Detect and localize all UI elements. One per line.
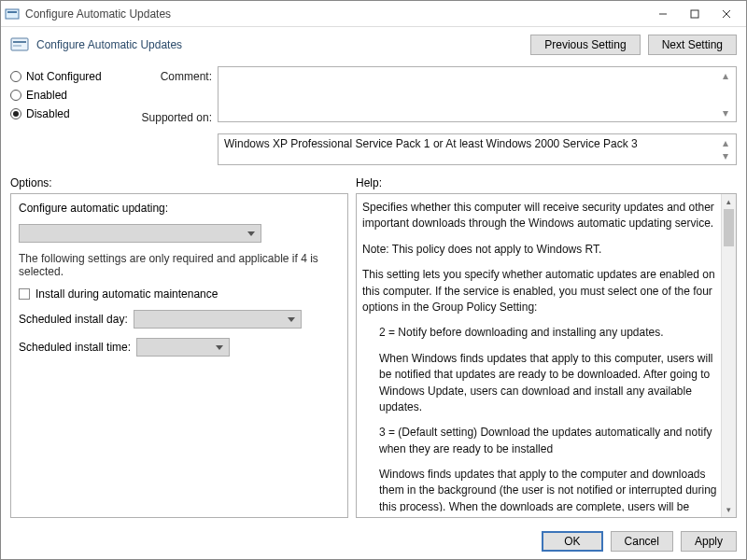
scroll-thumb[interactable] — [724, 209, 734, 246]
chevron-up-icon[interactable]: ▴ — [722, 194, 736, 209]
policy-icon — [10, 35, 29, 54]
lower-panels: Configure automatic updating: The follow… — [1, 193, 746, 524]
help-p: Note: This policy does not apply to Wind… — [362, 242, 719, 258]
radio-icon — [10, 71, 21, 82]
help-p: Specifies whether this computer will rec… — [362, 200, 719, 232]
nav-buttons: Previous Setting Next Setting — [530, 35, 737, 55]
next-setting-button[interactable]: Next Setting — [648, 35, 737, 55]
config-area: Not Configured Enabled Disabled Comment:… — [1, 63, 746, 173]
radio-not-configured[interactable]: Not Configured — [10, 70, 122, 83]
help-label: Help: — [356, 176, 382, 189]
scroll-arrows: ▴▾ — [723, 69, 734, 119]
field-labels: Comment: Supported on: — [128, 66, 212, 165]
svg-rect-6 — [11, 38, 28, 50]
chevron-up-icon[interactable]: ▴ — [723, 69, 734, 82]
radio-label: Enabled — [26, 89, 67, 102]
svg-rect-1 — [7, 11, 17, 13]
previous-setting-button[interactable]: Previous Setting — [530, 35, 640, 55]
section-labels: Options: Help: — [1, 173, 746, 193]
maximize-button[interactable] — [679, 3, 711, 25]
comment-label: Comment: — [128, 70, 212, 83]
state-radios: Not Configured Enabled Disabled — [10, 66, 122, 165]
apply-button[interactable]: Apply — [681, 531, 737, 552]
header-title: Configure Automatic Updates — [36, 38, 182, 51]
chevron-down-icon[interactable]: ▾ — [722, 502, 736, 517]
svg-rect-8 — [13, 45, 21, 47]
options-panel: Configure automatic updating: The follow… — [10, 193, 348, 518]
radio-disabled[interactable]: Disabled — [10, 107, 122, 120]
footer: OK Cancel Apply — [1, 524, 746, 559]
scheduled-time-dropdown[interactable] — [136, 338, 230, 357]
checkbox-icon — [19, 288, 30, 300]
minimize-button[interactable] — [647, 3, 679, 25]
configure-updating-dropdown[interactable] — [19, 224, 261, 243]
header: Configure Automatic Updates Previous Set… — [1, 27, 746, 63]
help-p: 3 = (Default setting) Download the updat… — [362, 425, 719, 457]
chevron-down-icon[interactable]: ▾ — [723, 106, 734, 119]
install-maintenance-label: Install during automatic maintenance — [35, 287, 218, 301]
supported-text: Windows XP Professional Service Pack 1 o… — [224, 137, 638, 150]
comment-textbox[interactable]: ▴▾ — [218, 66, 737, 122]
options-label: Options: — [10, 176, 356, 189]
scheduled-day-dropdown[interactable] — [134, 310, 302, 329]
supported-textbox: Windows XP Professional Service Pack 1 o… — [218, 133, 737, 165]
configure-updating-label: Configure automatic updating: — [19, 202, 340, 215]
options-note: The following settings are only required… — [19, 252, 340, 278]
help-p: This setting lets you specify whether au… — [362, 267, 719, 315]
radio-icon — [10, 90, 21, 101]
help-panel: Specifies whether this computer will rec… — [356, 193, 737, 518]
ok-button[interactable]: OK — [542, 531, 602, 552]
svg-rect-0 — [6, 9, 19, 19]
scheduled-day-label: Scheduled install day: — [19, 313, 128, 326]
cancel-button[interactable]: Cancel — [611, 531, 673, 552]
chevron-up-icon[interactable]: ▴ — [723, 136, 734, 149]
help-p: Windows finds updates that apply to the … — [362, 467, 719, 511]
app-icon — [5, 7, 20, 21]
close-button[interactable] — [711, 3, 742, 25]
radio-enabled[interactable]: Enabled — [10, 89, 122, 102]
supported-label: Supported on: — [128, 111, 212, 124]
install-maintenance-row[interactable]: Install during automatic maintenance — [19, 287, 340, 301]
scheduled-time-label: Scheduled install time: — [19, 341, 131, 354]
field-inputs: ▴▾ Windows XP Professional Service Pack … — [218, 66, 737, 165]
help-text: Specifies whether this computer will rec… — [362, 200, 719, 511]
radio-icon — [10, 108, 21, 119]
help-scrollbar[interactable]: ▴ ▾ — [721, 194, 736, 517]
window-title: Configure Automatic Updates — [25, 7, 647, 21]
titlebar: Configure Automatic Updates — [1, 1, 746, 27]
scheduled-day-row: Scheduled install day: — [19, 310, 340, 329]
radio-label: Not Configured — [26, 70, 102, 83]
help-p: 2 = Notify before downloading and instal… — [362, 325, 719, 341]
chevron-down-icon[interactable]: ▾ — [723, 149, 734, 162]
radio-label: Disabled — [26, 107, 70, 120]
scroll-arrows: ▴▾ — [723, 136, 734, 162]
dialog-window: Configure Automatic Updates Configure Au… — [0, 0, 747, 560]
help-p: When Windows finds updates that apply to… — [362, 351, 719, 416]
svg-rect-3 — [691, 10, 698, 18]
svg-rect-7 — [13, 41, 26, 43]
scheduled-time-row: Scheduled install time: — [19, 338, 340, 357]
